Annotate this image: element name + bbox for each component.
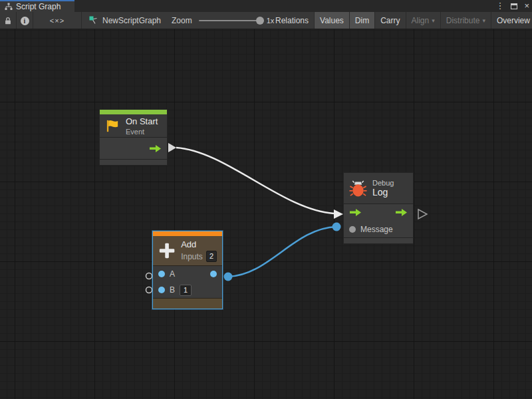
port-row-a: A bbox=[153, 266, 222, 282]
node-footer bbox=[153, 298, 222, 309]
message-port-row: Message bbox=[344, 221, 413, 237]
window-controls: ⋮ × bbox=[495, 0, 529, 12]
overview-button[interactable]: Overview bbox=[491, 12, 532, 29]
tab-title: Script Graph bbox=[16, 2, 61, 11]
dim-button[interactable]: Dim bbox=[350, 12, 375, 29]
lock-button[interactable] bbox=[0, 12, 17, 29]
debug-flow-row bbox=[344, 204, 413, 221]
log-output-connector-empty[interactable] bbox=[418, 209, 427, 219]
script-graph-asset-icon bbox=[89, 16, 98, 25]
port-b-value-field[interactable]: 1 bbox=[180, 285, 192, 296]
on-start-header[interactable]: On Start Event bbox=[100, 114, 167, 138]
port-label: A bbox=[170, 269, 175, 279]
align-dropdown[interactable]: Align▾ bbox=[406, 12, 441, 29]
add-output-connector[interactable] bbox=[224, 273, 233, 281]
zoom-label: Zoom bbox=[172, 16, 192, 25]
toolbar-buttons: Relations Values Dim Carry Align▾ Distri… bbox=[270, 12, 532, 29]
flow-wire-onstart-to-log[interactable] bbox=[176, 148, 334, 213]
wire-layer bbox=[0, 29, 532, 399]
math-color-bar bbox=[153, 231, 222, 236]
flow-output-port[interactable] bbox=[395, 208, 408, 217]
carry-button[interactable]: Carry bbox=[375, 12, 406, 29]
zoom-slider-handle[interactable] bbox=[256, 17, 264, 25]
event-color-bar bbox=[100, 110, 167, 114]
node-subtitle: Event bbox=[126, 128, 158, 136]
message-input-connector[interactable] bbox=[332, 223, 341, 231]
onstart-output-connector[interactable] bbox=[168, 143, 176, 152]
log-input-arrowhead[interactable] bbox=[334, 209, 343, 219]
info-icon: i bbox=[21, 17, 29, 25]
bug-icon bbox=[349, 180, 367, 198]
node-title: On Start bbox=[126, 116, 158, 126]
node-add[interactable]: Add Inputs 2 A B 1 bbox=[152, 231, 223, 309]
graph-reference[interactable]: NewScriptGraph bbox=[89, 12, 161, 29]
debug-log-header[interactable]: Debug Log bbox=[344, 173, 413, 204]
node-footer bbox=[344, 237, 413, 243]
zoom-slider[interactable] bbox=[199, 20, 260, 21]
script-graph-window: Script Graph ⋮ × i <×> bbox=[0, 0, 532, 399]
node-footer bbox=[100, 160, 167, 165]
info-button[interactable]: i bbox=[17, 12, 33, 29]
sum-output-port[interactable] bbox=[210, 271, 217, 277]
inputs-count-badge: 2 bbox=[206, 251, 217, 262]
flow-output-port[interactable] bbox=[149, 144, 162, 153]
toolbar-left-group: i <×> bbox=[0, 12, 82, 29]
zoom-control: Zoom 1x bbox=[172, 12, 274, 29]
flag-icon bbox=[105, 118, 120, 134]
graph-canvas[interactable]: On Start Event Debug bbox=[0, 29, 532, 399]
inputs-label: Inputs bbox=[181, 252, 203, 261]
add-input-a-connector-empty[interactable] bbox=[146, 273, 152, 279]
graph-toolbar: i <×> NewScriptGraph Zoom 1x Relations V… bbox=[0, 12, 532, 29]
input-port-a[interactable] bbox=[158, 271, 165, 277]
on-start-output-row bbox=[100, 138, 167, 160]
code-icon: <×> bbox=[50, 17, 65, 25]
close-icon[interactable]: × bbox=[524, 0, 529, 12]
message-port[interactable] bbox=[349, 226, 356, 233]
node-category: Debug bbox=[372, 179, 394, 187]
chevron-down-icon: ▾ bbox=[482, 17, 485, 24]
distribute-dropdown[interactable]: Distribute▾ bbox=[441, 12, 491, 29]
maximize-icon[interactable] bbox=[511, 3, 517, 9]
node-title: Add bbox=[181, 239, 217, 249]
value-wire-add-to-message[interactable] bbox=[228, 227, 336, 277]
node-on-start[interactable]: On Start Event bbox=[99, 109, 168, 166]
port-label: B bbox=[170, 285, 175, 295]
port-row-b: B 1 bbox=[153, 282, 222, 298]
relations-button[interactable]: Relations bbox=[270, 12, 315, 29]
graph-hierarchy-icon bbox=[5, 3, 13, 11]
values-button[interactable]: Values bbox=[315, 12, 350, 29]
node-debug-log[interactable]: Debug Log Message bbox=[343, 172, 414, 244]
tab-script-graph[interactable]: Script Graph bbox=[0, 0, 74, 12]
graph-name: NewScriptGraph bbox=[102, 16, 161, 25]
flow-input-port[interactable] bbox=[349, 208, 362, 217]
kebab-menu-icon[interactable]: ⋮ bbox=[495, 0, 504, 12]
add-header[interactable]: Add Inputs 2 bbox=[153, 236, 222, 266]
code-preview-button[interactable]: <×> bbox=[33, 12, 82, 29]
lock-icon bbox=[3, 16, 13, 25]
chevron-down-icon: ▾ bbox=[432, 17, 435, 24]
plus-icon bbox=[158, 241, 176, 260]
node-title: Log bbox=[372, 187, 394, 198]
tab-strip: Script Graph ⋮ × bbox=[0, 0, 532, 12]
add-input-b-connector-empty[interactable] bbox=[146, 287, 152, 293]
port-label: Message bbox=[360, 225, 393, 234]
input-port-b[interactable] bbox=[158, 287, 165, 293]
